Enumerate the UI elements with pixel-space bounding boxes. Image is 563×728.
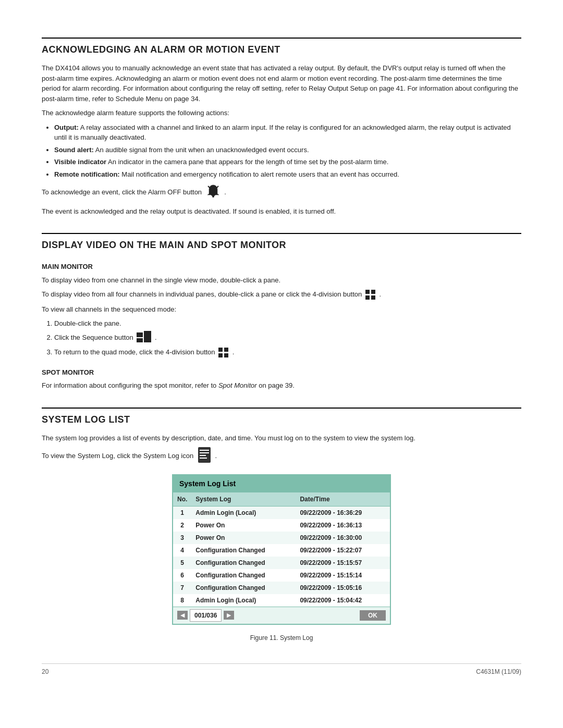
acknowledge-text: To acknowledge an event, click the Alarm… bbox=[42, 188, 202, 196]
feature-output-label: Output: bbox=[54, 124, 79, 131]
cell-no: 7 bbox=[173, 582, 191, 594]
svg-point-1 bbox=[212, 195, 214, 198]
main-monitor-subtitle: Main Monitor bbox=[42, 262, 521, 272]
feature-remote-label: Remote notification: bbox=[54, 170, 120, 178]
page-footer: 20 C4631M (11/09) bbox=[42, 663, 521, 676]
prev-page-button[interactable]: ◀ bbox=[177, 611, 188, 620]
svg-rect-10 bbox=[200, 455, 206, 456]
svg-line-3 bbox=[216, 186, 218, 188]
main-monitor-steps: Double-click the pane. Click the Sequenc… bbox=[54, 318, 521, 358]
spot-monitor-subtitle: Spot Monitor bbox=[42, 367, 521, 378]
main-monitor-text3: To view all channels in the sequenced mo… bbox=[42, 304, 521, 315]
feature-remote: Remote notification: Mail notification a… bbox=[54, 169, 521, 180]
step-1: Double-click the pane. bbox=[54, 318, 521, 329]
cell-datetime: 09/22/2009 - 15:15:14 bbox=[296, 569, 390, 582]
cell-log: Admin Login (Local) bbox=[191, 506, 296, 519]
feature-sound-label: Sound alert: bbox=[54, 146, 94, 154]
cell-no: 3 bbox=[173, 532, 191, 544]
table-row: 8Admin Login (Local)09/22/2009 - 15:04:4… bbox=[173, 594, 390, 607]
section3-text2: To view the System Log, click the System… bbox=[42, 447, 521, 466]
cell-datetime: 09/22/2009 - 15:22:07 bbox=[296, 544, 390, 557]
cell-log: Configuration Changed bbox=[191, 544, 296, 557]
cell-log: Admin Login (Local) bbox=[191, 594, 296, 607]
system-log-table-header: System Log List bbox=[173, 475, 390, 492]
col-datetime: Date/Time bbox=[296, 492, 390, 507]
feature-remote-text: Mail notification and emergency notifica… bbox=[121, 170, 399, 178]
table-row: 2Power On09/22/2009 - 16:36:13 bbox=[173, 519, 390, 532]
col-system-log: System Log bbox=[191, 492, 296, 507]
table-row: 5Configuration Changed09/22/2009 - 15:15… bbox=[173, 557, 390, 569]
doc-code: C4631M (11/09) bbox=[476, 667, 521, 676]
section1-features-intro: The acknowledge alarm feature supports t… bbox=[42, 108, 521, 118]
four-division-icon bbox=[365, 290, 376, 300]
feature-sound: Sound alert: An audible signal from the … bbox=[54, 145, 521, 155]
svg-rect-6 bbox=[137, 338, 143, 342]
svg-line-2 bbox=[208, 186, 210, 188]
table-row: 3Power On09/22/2009 - 16:30:00 bbox=[173, 532, 390, 544]
system-log-table: No. System Log Date/Time 1Admin Login (L… bbox=[173, 492, 390, 607]
svg-rect-8 bbox=[200, 450, 209, 451]
cell-log: Configuration Changed bbox=[191, 582, 296, 594]
post-acknowledge-text: The event is acknowledged and the relay … bbox=[42, 206, 521, 217]
step-2: Click the Sequence button . bbox=[54, 331, 521, 346]
cell-datetime: 09/22/2009 - 15:15:57 bbox=[296, 557, 390, 569]
svg-rect-9 bbox=[200, 452, 209, 453]
cell-no: 6 bbox=[173, 569, 191, 582]
cell-log: Power On bbox=[191, 532, 296, 544]
four-division-icon-2 bbox=[218, 348, 229, 358]
step-3: To return to the quad mode, click the 4-… bbox=[54, 347, 521, 358]
feature-visible-text: An indicator in the camera pane that app… bbox=[108, 158, 388, 166]
next-page-button[interactable]: ▶ bbox=[224, 611, 234, 620]
svg-rect-11 bbox=[200, 458, 207, 459]
cell-log: Configuration Changed bbox=[191, 569, 296, 582]
feature-visible-label: Visible indicator bbox=[54, 158, 106, 166]
table-header-row: No. System Log Date/Time bbox=[173, 492, 390, 507]
page-indicator: 001/036 bbox=[190, 609, 222, 622]
cell-no: 5 bbox=[173, 557, 191, 569]
system-log-container: System Log List No. System Log Date/Time… bbox=[172, 474, 391, 625]
table-row: 4Configuration Changed09/22/2009 - 15:22… bbox=[173, 544, 390, 557]
table-row: 6Configuration Changed09/22/2009 - 15:15… bbox=[173, 569, 390, 582]
main-monitor-text1: To display video from one channel in the… bbox=[42, 275, 521, 286]
cell-no: 8 bbox=[173, 594, 191, 607]
ok-button[interactable]: OK bbox=[360, 610, 386, 621]
svg-rect-5 bbox=[144, 331, 151, 342]
figure-caption: Figure 11. System Log bbox=[42, 633, 521, 643]
page-number: 20 bbox=[42, 667, 48, 676]
cell-log: Configuration Changed bbox=[191, 557, 296, 569]
table-row: 1Admin Login (Local)09/22/2009 - 16:36:2… bbox=[173, 506, 390, 519]
log-navigation: ◀ 001/036 ▶ bbox=[177, 609, 234, 622]
section1-title: Acknowledging an Alarm or Motion Event bbox=[42, 38, 521, 57]
cell-datetime: 09/22/2009 - 16:36:13 bbox=[296, 519, 390, 532]
table-row: 7Configuration Changed09/22/2009 - 15:05… bbox=[173, 582, 390, 594]
sequence-icon bbox=[137, 331, 151, 346]
feature-output-text: A relay associated with a channel and li… bbox=[54, 124, 511, 142]
section1-intro: The DX4104 allows you to manually acknow… bbox=[42, 63, 521, 104]
section3-title: System Log List bbox=[42, 408, 521, 427]
alarm-off-icon bbox=[205, 183, 221, 202]
cell-datetime: 09/22/2009 - 16:30:00 bbox=[296, 532, 390, 544]
spot-monitor-text: For information about configuring the sp… bbox=[42, 380, 521, 391]
feature-sound-text: An audible signal from the unit when an … bbox=[95, 146, 309, 154]
cell-datetime: 09/22/2009 - 16:36:29 bbox=[296, 506, 390, 519]
cell-datetime: 09/22/2009 - 15:04:42 bbox=[296, 594, 390, 607]
cell-no: 2 bbox=[173, 519, 191, 532]
log-table-body: 1Admin Login (Local)09/22/2009 - 16:36:2… bbox=[173, 506, 390, 607]
acknowledge-text-line: To acknowledge an event, click the Alarm… bbox=[42, 183, 521, 202]
cell-datetime: 09/22/2009 - 15:05:16 bbox=[296, 582, 390, 594]
main-monitor-text2: To display video from all four channels … bbox=[42, 289, 521, 300]
col-no: No. bbox=[173, 492, 191, 507]
section1-features-list: Output: A relay associated with a channe… bbox=[54, 122, 521, 180]
period-after-icon: . bbox=[224, 188, 226, 196]
cell-log: Power On bbox=[191, 519, 296, 532]
section3-text1: The system log provides a list of events… bbox=[42, 433, 521, 443]
feature-visible: Visible indicator An indicator in the ca… bbox=[54, 157, 521, 167]
section2-title: Display Video on the Main and Spot Monit… bbox=[42, 233, 521, 252]
cell-no: 1 bbox=[173, 506, 191, 519]
cell-no: 4 bbox=[173, 544, 191, 557]
svg-rect-4 bbox=[137, 332, 143, 337]
log-footer: ◀ 001/036 ▶ OK bbox=[173, 607, 390, 624]
feature-output: Output: A relay associated with a channe… bbox=[54, 122, 521, 143]
system-log-icon bbox=[197, 447, 212, 466]
